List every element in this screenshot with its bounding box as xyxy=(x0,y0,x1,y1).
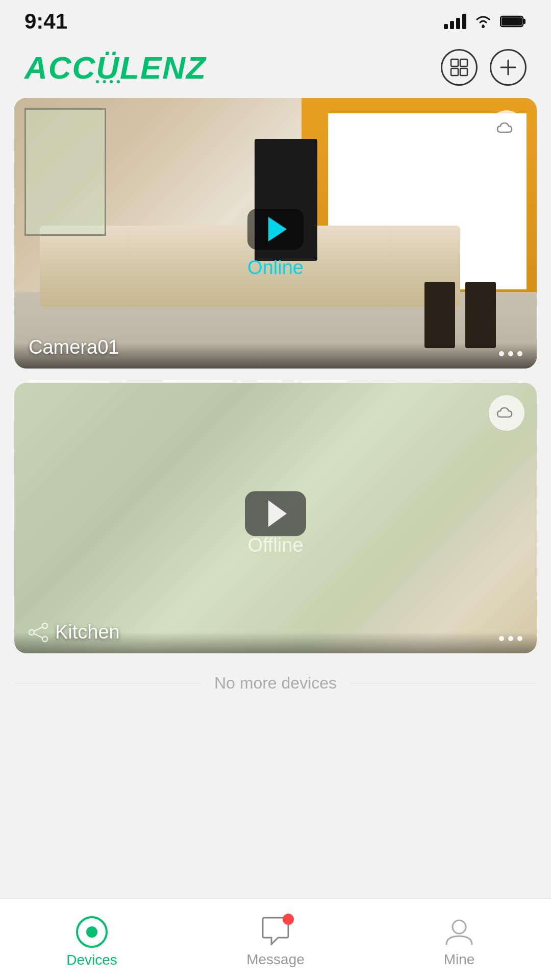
svg-rect-6 xyxy=(451,68,458,76)
svg-point-12 xyxy=(29,630,34,635)
camera-card-bottom-camera01: Camera01 xyxy=(14,326,537,369)
no-more-devices: No more devices xyxy=(0,653,551,713)
camera-status-kitchen: Offline xyxy=(247,534,303,556)
svg-line-14 xyxy=(34,633,42,638)
camera-name-kitchen: Kitchen xyxy=(55,621,120,643)
signal-icon xyxy=(444,14,466,29)
camera-card-kitchen[interactable]: Offline Kitchen xyxy=(14,383,537,653)
camera-card-camera01[interactable]: Online Camera01 xyxy=(14,98,537,369)
add-device-button[interactable] xyxy=(490,49,527,86)
camera-card-bottom-kitchen: Kitchen xyxy=(14,611,537,653)
play-button-kitchen[interactable] xyxy=(245,491,306,536)
bottom-nav: Devices Message Mine xyxy=(0,898,551,980)
wifi-icon xyxy=(473,14,493,29)
battery-icon xyxy=(500,14,527,29)
play-icon xyxy=(268,217,287,241)
cloud-icon-kitchen xyxy=(496,406,517,420)
app-logo: ACCÜLENZ xyxy=(24,50,207,86)
nav-item-message[interactable]: Message xyxy=(184,912,367,968)
dot3 xyxy=(517,636,522,641)
svg-rect-7 xyxy=(460,68,467,76)
devices-icon xyxy=(76,916,108,948)
svg-rect-3 xyxy=(502,17,522,26)
dot1 xyxy=(499,636,504,641)
cloud-button-kitchen[interactable] xyxy=(489,395,524,431)
svg-point-10 xyxy=(42,623,47,628)
no-more-text: No more devices xyxy=(214,674,337,693)
play-icon-offline xyxy=(268,500,287,527)
devices-icon-inner xyxy=(86,926,97,938)
grid-icon xyxy=(450,58,468,77)
status-icons xyxy=(444,14,527,29)
camera-options-kitchen[interactable] xyxy=(499,636,522,643)
message-badge xyxy=(283,914,294,925)
dot2 xyxy=(508,351,513,356)
camera-name-camera01: Camera01 xyxy=(29,336,119,358)
share-icon xyxy=(29,623,49,642)
nav-label-mine: Mine xyxy=(444,951,475,968)
svg-point-15 xyxy=(453,920,466,934)
grid-view-button[interactable] xyxy=(441,49,478,86)
divider-right xyxy=(349,683,537,683)
nav-item-mine[interactable]: Mine xyxy=(367,912,551,968)
camera-list: Online Camera01 Offline xyxy=(0,98,551,653)
svg-rect-2 xyxy=(523,19,525,24)
nav-label-message: Message xyxy=(246,951,305,968)
status-bar: 9:41 xyxy=(0,0,551,39)
svg-rect-4 xyxy=(451,59,458,66)
dot3 xyxy=(517,351,522,356)
svg-line-13 xyxy=(34,627,42,631)
svg-rect-5 xyxy=(460,59,467,66)
play-button-camera01[interactable] xyxy=(247,209,304,250)
camera-status-camera01: Online xyxy=(247,257,304,279)
mine-icon xyxy=(444,917,474,947)
dot2 xyxy=(508,636,513,641)
camera-options-camera01[interactable] xyxy=(499,351,522,358)
svg-point-0 xyxy=(482,25,485,28)
status-time: 9:41 xyxy=(24,9,67,34)
app-header: ACCÜLENZ xyxy=(0,39,551,98)
svg-point-11 xyxy=(42,636,47,642)
header-actions xyxy=(441,49,527,86)
cloud-icon xyxy=(496,121,517,135)
share-area-kitchen[interactable]: Kitchen xyxy=(29,621,120,643)
divider-left xyxy=(14,683,202,683)
dot1 xyxy=(499,351,504,356)
message-icon-wrap xyxy=(260,917,291,947)
nav-item-devices[interactable]: Devices xyxy=(0,911,184,968)
cloud-button-camera01[interactable] xyxy=(489,110,524,146)
plus-icon xyxy=(499,58,517,77)
nav-label-devices: Devices xyxy=(66,952,117,968)
